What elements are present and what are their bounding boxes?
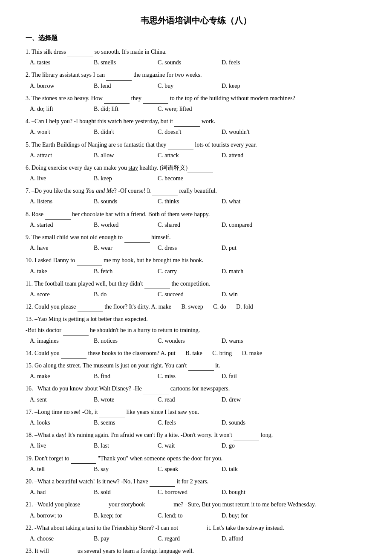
options-row-19: A. tellB. sayC. speakD. talk (26, 464, 366, 474)
question-2: 2. The library assistant says I can the … (26, 69, 366, 91)
option-item: A. sent (30, 394, 81, 405)
blank-18 (233, 434, 259, 440)
blank-9 (124, 236, 150, 243)
option-item: D. put (222, 243, 273, 253)
options-row-2: A. borrowB. lendC. buyD. keep (26, 81, 366, 91)
question-4: 4. –Can I help you? -I bought this watch… (26, 116, 366, 137)
questions-container: 1. This silk dress so smooth. It's made … (26, 46, 366, 555)
option-item: A. tell (30, 464, 81, 474)
option-14: B. take (185, 350, 204, 356)
option-item: C. buy (158, 81, 209, 91)
option-12: A. make (151, 304, 173, 310)
question-text-15: 15. Go along the street. The museum is j… (26, 360, 366, 371)
options-row-10: A. takeB. fetchC. carryD. match (26, 266, 366, 277)
options-row-9: A. haveB. wearC. dressD. put (26, 243, 366, 253)
option-14: A. put (161, 350, 177, 356)
question-5: 5. The Earth Buildings of Nanjing are so… (26, 139, 366, 161)
option-item: A. started (30, 220, 81, 230)
question-8: 8. Rose her chocolate bar with a friend.… (26, 209, 366, 230)
option-item: C. speak (158, 464, 209, 474)
question-19: 19. Don't forget to "Thank you" when som… (26, 453, 366, 474)
blank-11 (144, 282, 170, 289)
question-text-17: 17. –Long time no see! -Oh, it like year… (26, 407, 366, 417)
question-text-7: 7. –Do you like the song You and Me? -Of… (26, 185, 366, 196)
option-item: C. dress (158, 243, 209, 253)
question-text-2: 2. The library assistant says I can the … (26, 69, 366, 80)
option-item: C. doesn't (158, 127, 209, 137)
option-item: C. carry (158, 266, 209, 277)
question-text-12: 12. Could you please the floor? It's dir… (26, 301, 366, 312)
option-item: B. notices (94, 335, 145, 346)
question-text-4: 4. –Can I help you? -I bought this watch… (26, 116, 366, 127)
option-item: D. wouldn't (222, 127, 273, 137)
question-text-6: 6. Doing exercise every day can make you… (26, 162, 366, 173)
question-17: 17. –Long time no see! -Oh, it like year… (26, 407, 366, 428)
question-text2-13: -But his doctor he shouldn't be in a hur… (26, 325, 366, 335)
option-item: A. listens (30, 196, 81, 207)
option-item: C. read (158, 394, 209, 405)
blank-1 (67, 50, 93, 57)
blank-20 (150, 480, 175, 487)
option-item: B. wrote (94, 394, 145, 405)
option-item: C. become (158, 173, 209, 184)
option-item: D. win (222, 289, 273, 300)
option-item: C. attack (158, 150, 209, 161)
question-text-10: 10. I asked Danny to me my book, but he … (26, 255, 366, 266)
question-11: 11. The football team played well, but t… (26, 278, 366, 300)
option-item: B. do (94, 289, 145, 300)
option-item: B. keep; for (94, 510, 145, 521)
option-item: B. last (94, 440, 145, 451)
blank-5 (168, 143, 193, 150)
option-item: A. won't (30, 127, 81, 137)
option-item: C. wait (158, 440, 209, 451)
blank-21-a (81, 503, 107, 510)
question-9: 9. The small child was not old enough to… (26, 232, 366, 253)
blank-17 (99, 410, 125, 417)
question-18: 18. –What a day! It's raining again. I'm… (26, 430, 366, 451)
option-12: C. do (213, 304, 228, 310)
option-item: B. allow (94, 150, 145, 161)
option-item: B. smells (94, 57, 145, 68)
options-row-15: A. makeB. findC. missD. fail (26, 371, 366, 382)
question-15: 15. Go along the street. The museum is j… (26, 360, 366, 382)
option-item: B. seems (94, 417, 145, 428)
blank-21-b (147, 503, 172, 510)
option-item: C. wonders (158, 335, 209, 346)
option-item: B. keep (94, 173, 145, 184)
option-12: B. sweep (181, 304, 205, 310)
question-22: 22. -What about taking a taxi to the Fri… (26, 523, 366, 544)
blank-19 (71, 457, 96, 464)
question-12: 12. Could you please the floor? It's dir… (26, 301, 366, 312)
blank-6 (187, 166, 213, 173)
option-item: A. take (30, 266, 81, 277)
question-6: 6. Doing exercise every day can make you… (26, 162, 366, 184)
question-text-16: 16. –What do you know about Walt Disney?… (26, 383, 366, 394)
blank-3-b (143, 97, 168, 104)
blank-4 (174, 120, 200, 127)
blank-2 (106, 74, 132, 81)
option-item: A. had (30, 487, 81, 497)
option-item: A. live (30, 440, 81, 451)
question-text-20: 20. –What a beautiful watch! Is it new? … (26, 476, 366, 487)
option-item: D. match (222, 266, 273, 277)
options-row-1: A. tastesB. smellsC. soundsD. feels (26, 57, 366, 68)
question-1: 1. This silk dress so smooth. It's made … (26, 46, 366, 68)
options-row-4: A. won'tB. didn'tC. doesn'tD. wouldn't (26, 127, 366, 137)
section-title: 一、选择题 (26, 32, 366, 44)
option-item: C. borrowed (158, 487, 209, 497)
question-text-11: 11. The football team played well, but t… (26, 278, 366, 289)
option-item: A. borrow; to (30, 510, 81, 521)
question-13: 13. –Yao Ming is getting a lot better th… (26, 314, 366, 346)
option-item: B. worked (94, 220, 145, 230)
question-text-21: 21. –Would you please your storybook me?… (26, 499, 366, 510)
page-title: 韦思外语培训中心专练（八） (26, 13, 366, 28)
option-item: D. go (222, 440, 273, 451)
blank-16 (143, 387, 169, 394)
option-item: C. sounds (158, 57, 209, 68)
option-item: A. tastes (30, 57, 81, 68)
options-row-11: A. scoreB. doC. succeedD. win (26, 289, 366, 300)
options-row-6: A. liveB. keepC. become (26, 173, 366, 184)
option-item: D. bought (222, 487, 273, 497)
options-row-3: A. do; liftB. did; liftC. were; lifted (26, 104, 366, 114)
option-item: D. compared (222, 220, 273, 230)
